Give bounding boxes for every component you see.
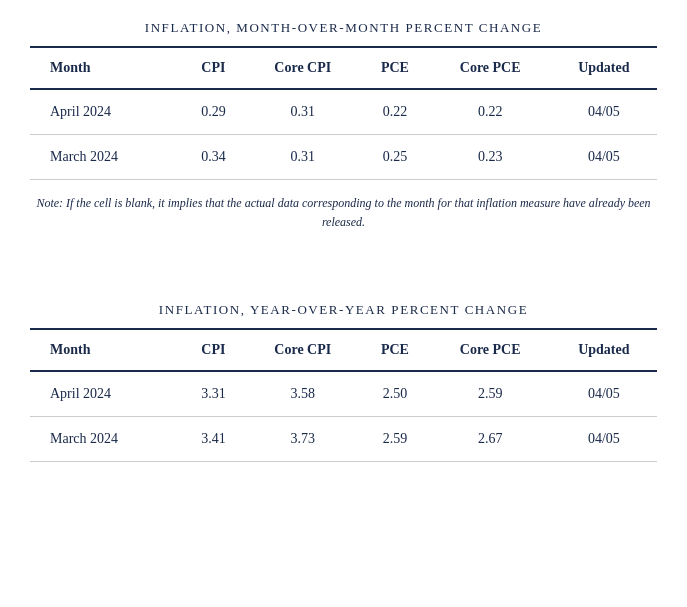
yoy-row-0-pce: 2.50 (360, 371, 429, 417)
yoy-row-1-pce: 2.59 (360, 417, 429, 462)
yoy-col-core-cpi: Core CPI (245, 329, 360, 371)
mom-note: Note: If the cell is blank, it implies t… (30, 194, 657, 232)
yoy-col-core-pce: Core PCE (430, 329, 551, 371)
yoy-section: Inflation, Year-Over-Year Percent Change… (30, 302, 657, 462)
yoy-col-pce: PCE (360, 329, 429, 371)
mom-row-1-core-pce: 0.23 (430, 135, 551, 180)
mom-row-1-pce: 0.25 (360, 135, 429, 180)
mom-table-header-row: Month CPI Core CPI PCE Core PCE Updated (30, 47, 657, 89)
mom-col-cpi: CPI (181, 47, 245, 89)
mom-col-core-pce: Core PCE (430, 47, 551, 89)
mom-row-0-core-pce: 0.22 (430, 89, 551, 135)
mom-row-0-core-cpi: 0.31 (245, 89, 360, 135)
table-row: March 2024 3.41 3.73 2.59 2.67 04/05 (30, 417, 657, 462)
mom-row-1-updated: 04/05 (551, 135, 657, 180)
table-row: April 2024 0.29 0.31 0.22 0.22 04/05 (30, 89, 657, 135)
mom-row-1-month: March 2024 (30, 135, 181, 180)
spacer (30, 262, 657, 302)
yoy-col-updated: Updated (551, 329, 657, 371)
yoy-col-month: Month (30, 329, 181, 371)
mom-col-core-cpi: Core CPI (245, 47, 360, 89)
mom-row-1-core-cpi: 0.31 (245, 135, 360, 180)
yoy-row-1-cpi: 3.41 (181, 417, 245, 462)
table-row: April 2024 3.31 3.58 2.50 2.59 04/05 (30, 371, 657, 417)
yoy-row-0-core-pce: 2.59 (430, 371, 551, 417)
yoy-row-1-updated: 04/05 (551, 417, 657, 462)
yoy-table-header-row: Month CPI Core CPI PCE Core PCE Updated (30, 329, 657, 371)
yoy-row-0-cpi: 3.31 (181, 371, 245, 417)
mom-row-0-cpi: 0.29 (181, 89, 245, 135)
yoy-row-0-core-cpi: 3.58 (245, 371, 360, 417)
yoy-table-title: Inflation, Year-Over-Year Percent Change (30, 302, 657, 318)
table-row: March 2024 0.34 0.31 0.25 0.23 04/05 (30, 135, 657, 180)
yoy-row-0-month: April 2024 (30, 371, 181, 417)
mom-col-pce: PCE (360, 47, 429, 89)
mom-row-0-updated: 04/05 (551, 89, 657, 135)
mom-col-month: Month (30, 47, 181, 89)
yoy-row-0-updated: 04/05 (551, 371, 657, 417)
mom-row-0-pce: 0.22 (360, 89, 429, 135)
mom-col-updated: Updated (551, 47, 657, 89)
yoy-row-1-month: March 2024 (30, 417, 181, 462)
yoy-col-cpi: CPI (181, 329, 245, 371)
yoy-row-1-core-cpi: 3.73 (245, 417, 360, 462)
mom-table: Month CPI Core CPI PCE Core PCE Updated … (30, 46, 657, 180)
mom-row-1-cpi: 0.34 (181, 135, 245, 180)
yoy-row-1-core-pce: 2.67 (430, 417, 551, 462)
mom-row-0-month: April 2024 (30, 89, 181, 135)
yoy-table: Month CPI Core CPI PCE Core PCE Updated … (30, 328, 657, 462)
mom-table-title: Inflation, Month-Over-Month Percent Chan… (30, 20, 657, 36)
mom-section: Inflation, Month-Over-Month Percent Chan… (30, 20, 657, 232)
